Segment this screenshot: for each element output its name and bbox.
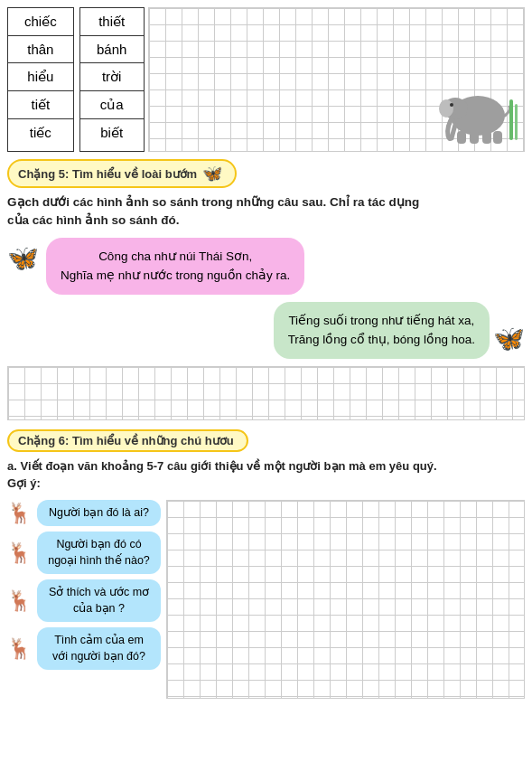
section5-badge: Chặng 5: Tìm hiểu về loài bướm 🦋: [7, 159, 237, 188]
poem1-bubble: Công cha như núi Thái Sơn, Nghĩa mẹ như …: [46, 238, 304, 295]
word-column-2: thiết bánh trời của biết: [79, 7, 145, 152]
word-column-1: chiếc thân hiểu tiết tiếc: [7, 7, 74, 152]
page: chiếc thân hiểu tiết tiếc thiết bánh trờ…: [0, 0, 532, 706]
section6-badge: Chặng 6: Tìm hiểu về những chú hươu: [7, 429, 248, 452]
poem1-row: 🦋 Công cha như núi Thái Sơn, Nghĩa mẹ nh…: [7, 238, 525, 295]
butterfly-badge-icon: 🦋: [202, 164, 222, 183]
prompt-bubble-2: Người bạn đó có ngoại hình thế nào?: [37, 532, 161, 574]
word-cell: thiết: [80, 8, 144, 36]
section5-instruction: Gạch dưới các hình ảnh so sánh trong nhữ…: [7, 193, 525, 231]
writing-area: 🦌 Người bạn đó là ai? 🦌 Người bạn đó có …: [7, 500, 525, 699]
word-cell: tiết: [8, 91, 73, 119]
top-grid: [148, 7, 525, 152]
svg-point-2: [439, 99, 453, 118]
word-cell: hiểu: [8, 63, 73, 91]
butterfly-left-icon: 🦋: [7, 243, 39, 273]
elephant-illustration: [437, 81, 518, 147]
word-cell: chiếc: [8, 8, 73, 36]
prompt-item-3: 🦌 Sở thích và ước mơ của bạn ?: [7, 579, 161, 622]
svg-rect-6: [482, 131, 491, 144]
writing-grid-section6[interactable]: [166, 500, 525, 699]
prompt-bubble-4: Tình cảm của em với người bạn đó?: [37, 627, 161, 670]
svg-rect-7: [493, 131, 502, 144]
prompt-bubble-1: Người bạn đó là ai?: [37, 500, 161, 527]
deer-icon-3: 🦌: [7, 589, 32, 613]
svg-rect-4: [457, 131, 466, 144]
deer-icon-1: 🦌: [7, 502, 32, 525]
prompt-item-1: 🦌 Người bạn đó là ai?: [7, 500, 161, 527]
top-section: chiếc thân hiểu tiết tiếc thiết bánh trờ…: [7, 7, 525, 152]
word-cell: trời: [80, 63, 144, 91]
poem2-bubble: Tiếng suối trong như tiếng hát xa, Trăng…: [274, 302, 490, 359]
writing-grid-section5[interactable]: [7, 366, 525, 420]
deer-icon-2: 🦌: [7, 541, 32, 565]
svg-point-3: [450, 103, 453, 107]
word-cell: bánh: [80, 36, 144, 63]
word-cell: tiếc: [8, 119, 73, 146]
word-cell: của: [80, 91, 144, 119]
section6-badge-text: Chặng 6: Tìm hiểu về những chú hươu: [18, 434, 234, 447]
section5-badge-text: Chặng 5: Tìm hiểu về loài bướm: [18, 167, 197, 181]
prompt-item-2: 🦌 Người bạn đó có ngoại hình thế nào?: [7, 532, 161, 574]
poems-left: 🦋 Công cha như núi Thái Sơn, Nghĩa mẹ nh…: [7, 238, 525, 359]
prompt-bubble-3: Sở thích và ước mơ của bạn ?: [37, 579, 161, 622]
word-tables: chiếc thân hiểu tiết tiếc thiết bánh trờ…: [7, 7, 145, 152]
butterfly-right-icon: 🦋: [493, 324, 525, 353]
word-cell: biết: [80, 119, 144, 146]
poem2-row: Tiếng suối trong như tiếng hát xa, Trăng…: [7, 302, 525, 359]
section6-instruction: a. Viết đoạn văn khoảng 5-7 câu giới thi…: [7, 457, 525, 493]
prompt-item-4: 🦌 Tình cảm của em với người bạn đó?: [7, 627, 161, 670]
svg-rect-5: [470, 131, 479, 144]
word-cell: thân: [8, 36, 73, 63]
poems-area: 🦋 Công cha như núi Thái Sơn, Nghĩa mẹ nh…: [7, 238, 525, 359]
svg-rect-9: [515, 104, 518, 140]
prompts-list: 🦌 Người bạn đó là ai? 🦌 Người bạn đó có …: [7, 500, 161, 699]
deer-icon-4: 🦌: [7, 637, 32, 661]
svg-rect-8: [509, 99, 513, 140]
section6: Chặng 6: Tìm hiểu về những chú hươu a. V…: [7, 429, 525, 699]
